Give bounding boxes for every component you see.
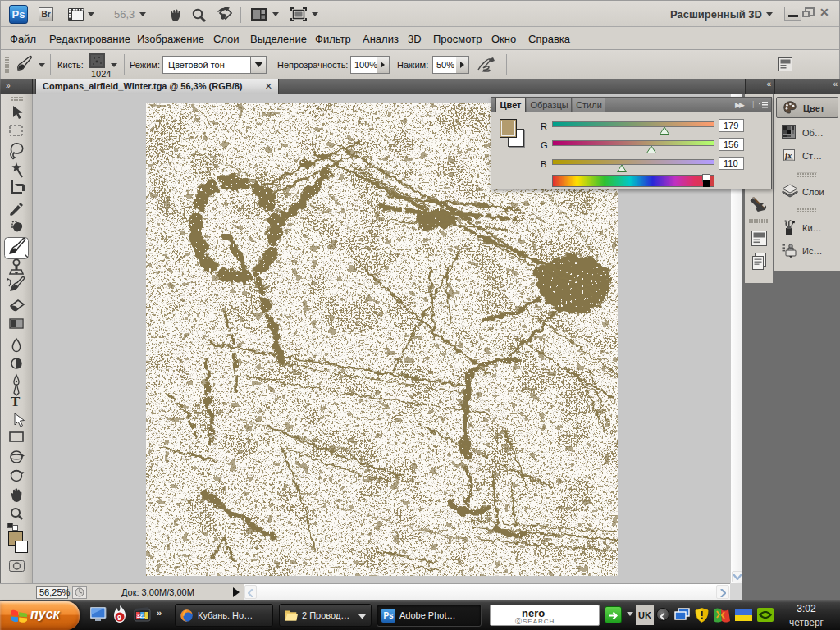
svg-text:321: 321: [136, 613, 145, 619]
svg-text:fx: fx: [785, 151, 792, 160]
svg-text:9: 9: [117, 614, 121, 622]
svg-text:T: T: [11, 394, 21, 409]
